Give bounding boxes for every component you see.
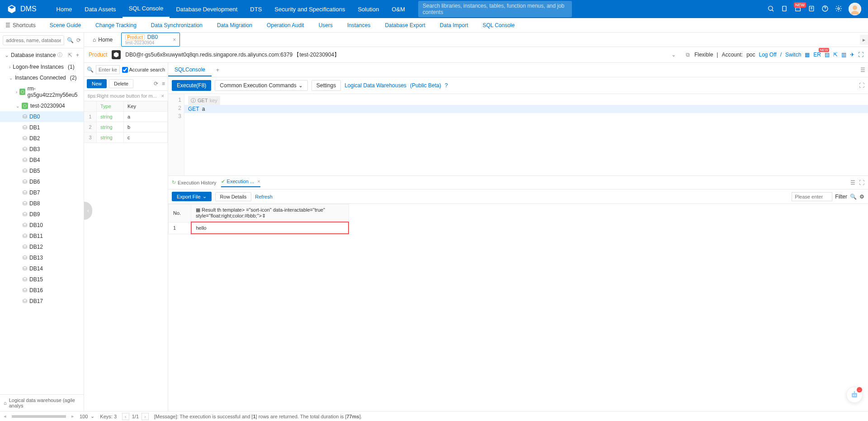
db-item-db2[interactable]: ⛁DB2 xyxy=(0,133,84,144)
db-item-db15[interactable]: ⛁DB15 xyxy=(0,274,84,285)
db-item-db1[interactable]: ⛁DB1 xyxy=(0,122,84,133)
sublink-data-migration[interactable]: Data Migration xyxy=(210,22,259,28)
sublink-instances[interactable]: Instances xyxy=(340,22,377,28)
nav-item-database-development[interactable]: Database Development xyxy=(170,0,244,18)
col-result-header[interactable]: ▦ Result th template> ="sort-icon" data-… xyxy=(191,204,349,222)
export-file-button[interactable]: Export File ⌄ xyxy=(172,192,212,201)
chevron-down-icon[interactable]: ⌄ xyxy=(5,52,9,58)
nav-item-data-assets[interactable]: Data Assets xyxy=(78,0,122,18)
global-search[interactable]: Search libraries, instances, tables, fun… xyxy=(418,1,572,17)
send-icon[interactable]: ✈ xyxy=(850,52,854,58)
db-item-db9[interactable]: ⛁DB9 xyxy=(0,209,84,220)
sublink-data-synchronization[interactable]: Data Synchronization xyxy=(144,22,210,28)
db-item-db13[interactable]: ⛁DB13 xyxy=(0,252,84,263)
expand-icon[interactable]: ⇱ xyxy=(68,52,72,58)
instances-connected[interactable]: ⌄ Instances Connected (2) xyxy=(0,72,84,83)
scroll-left-icon[interactable]: ◂ xyxy=(4,413,6,419)
sublink-change-tracking[interactable]: Change Tracking xyxy=(88,22,144,28)
db-item-db17[interactable]: ⛁DB17 xyxy=(0,296,84,307)
code-editor[interactable]: 1 2 3 ⓘ GET key xyxy=(168,94,868,175)
gear-icon[interactable]: ⚙ xyxy=(859,194,864,200)
add-icon[interactable]: + xyxy=(76,52,79,58)
list-icon[interactable]: ▥ xyxy=(841,52,846,58)
db-item-db16[interactable]: ⛁DB16 xyxy=(0,285,84,296)
external-icon[interactable]: ⇱ xyxy=(833,52,838,58)
sublink-database-export[interactable]: Database Export xyxy=(377,22,432,28)
db-item-db4[interactable]: ⛁DB4 xyxy=(0,155,84,166)
sidebar-search-input[interactable] xyxy=(3,35,64,45)
nav-item-sql-console[interactable]: SQL Console xyxy=(123,0,170,18)
refresh-link[interactable]: Refresh xyxy=(255,194,273,199)
clipboard-icon[interactable] xyxy=(781,5,788,14)
accurate-checkbox-input[interactable] xyxy=(122,67,128,73)
db-item-db0[interactable]: ⛁DB0 xyxy=(0,111,84,122)
sqlconsole-tab[interactable]: SQLConsole xyxy=(168,64,212,76)
next-page-button[interactable]: › xyxy=(142,413,149,420)
db-item-db11[interactable]: ⛁DB11 xyxy=(0,231,84,241)
fullscreen-icon[interactable]: ⛶ xyxy=(859,180,864,186)
refresh-icon[interactable]: ⟳ xyxy=(76,37,81,43)
search-icon[interactable] xyxy=(767,5,774,14)
sublink-users[interactable]: Users xyxy=(311,22,340,28)
key-row[interactable]: 2stringb xyxy=(84,122,168,132)
gear-icon[interactable] xyxy=(835,5,842,14)
expand-tabs-icon[interactable]: ▸ xyxy=(860,35,868,45)
db-item-db8[interactable]: ⛁DB8 xyxy=(0,198,84,209)
col-key-header[interactable]: Key xyxy=(124,101,168,112)
copy-icon[interactable]: ⧉ xyxy=(686,52,690,58)
close-icon[interactable]: × xyxy=(173,37,176,43)
help-icon[interactable] xyxy=(821,5,829,14)
col-type-header[interactable]: Type xyxy=(97,101,124,112)
menu-icon[interactable]: ☰ xyxy=(850,180,855,186)
db-item-db5[interactable]: ⛁DB5 xyxy=(0,166,84,176)
sublink-sql-console[interactable]: SQL Console xyxy=(476,22,522,28)
switch-link[interactable]: Switch xyxy=(785,52,801,58)
db-item-db10[interactable]: ⛁DB10 xyxy=(0,220,84,231)
execution-history-tab[interactable]: ↻ Execution History xyxy=(172,180,217,185)
chatbot-button[interactable]: – xyxy=(846,387,863,403)
close-icon[interactable]: × xyxy=(257,179,260,184)
nav-item-security-and-specifications[interactable]: Security and Specifications xyxy=(268,0,351,18)
nav-item-dts[interactable]: DTS xyxy=(244,0,268,18)
code-content[interactable]: ⓘ GET key GET a xyxy=(184,94,868,175)
key-row[interactable]: 1stringa xyxy=(84,112,168,122)
settings-button[interactable]: Settings xyxy=(311,80,341,91)
db-item-db14[interactable]: ⛁DB14 xyxy=(0,263,84,274)
menu-icon[interactable]: ≡ xyxy=(162,80,165,87)
db-item-db12[interactable]: ⛁DB12 xyxy=(0,241,84,252)
sublink-operation-audit[interactable]: Operation Audit xyxy=(259,22,311,28)
nav-item-solution[interactable]: Solution xyxy=(351,0,385,18)
sublink-data-import[interactable]: Data Import xyxy=(433,22,476,28)
info-icon[interactable]: ⓘ xyxy=(57,52,62,58)
table-icon[interactable]: ▤ xyxy=(825,52,830,58)
home-tab[interactable]: ⌂ Home xyxy=(87,34,118,45)
nav-item-home[interactable]: Home xyxy=(50,0,79,18)
app-logo[interactable]: DMS xyxy=(7,4,37,14)
new-key-button[interactable]: New xyxy=(87,79,107,88)
search-icon[interactable]: 🔍 xyxy=(67,37,74,43)
nav-item-o-m[interactable]: O&M xyxy=(385,0,411,18)
search-icon[interactable]: 🔍 xyxy=(850,194,857,200)
shortcuts-button[interactable]: ☰ Shortcuts xyxy=(5,22,42,28)
er-link[interactable]: ER NEW xyxy=(813,52,821,58)
fullscreen-icon[interactable]: ⛶ xyxy=(859,82,864,89)
prev-page-button[interactable]: ‹ xyxy=(122,413,129,420)
table-row[interactable]: 1 hello xyxy=(169,222,349,234)
logoff-link[interactable]: Log Off xyxy=(759,52,777,58)
execution-result-tab[interactable]: ✔ Execution ... × xyxy=(221,179,260,187)
chevron-down-icon[interactable]: ⌄ xyxy=(670,50,678,60)
key-search-input[interactable] xyxy=(96,65,120,74)
page-size-selector[interactable]: 100 ⌄ xyxy=(80,413,94,419)
db-item-db7[interactable]: ⛁DB7 xyxy=(0,187,84,198)
refresh-icon[interactable]: ⟳ xyxy=(154,80,158,87)
instance-test[interactable]: ⌄ ⬡ test-20230904 xyxy=(0,100,84,111)
task-icon[interactable] xyxy=(808,5,815,14)
ldw-link[interactable]: Logical Data Warehouses xyxy=(344,82,406,89)
sidebar-footer[interactable]: ⌂ Logical data warehouse (agile analys xyxy=(0,394,84,411)
col-no-header[interactable]: No. xyxy=(169,204,191,222)
instance-rm[interactable]: › ⬡ rm-gs5gu4tzz2my56eu5 xyxy=(0,83,84,100)
key-row[interactable]: 3stringc xyxy=(84,132,168,143)
sublink-scene-guide[interactable]: Scene Guide xyxy=(42,22,88,28)
db-item-db3[interactable]: ⛁DB3 xyxy=(0,144,84,155)
add-tab-icon[interactable]: + xyxy=(212,64,224,76)
